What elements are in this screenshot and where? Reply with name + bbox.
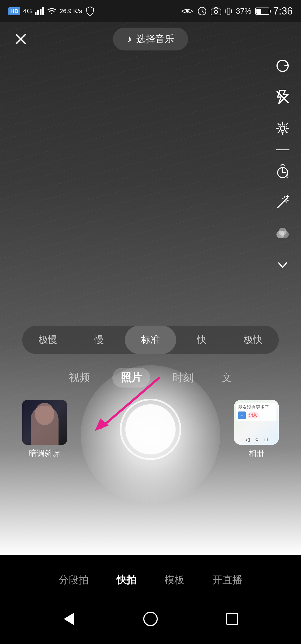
flash-button[interactable] — [273, 87, 293, 107]
tab-video[interactable]: 视频 — [63, 368, 96, 388]
nav-item-quick[interactable]: 快拍 — [116, 573, 137, 587]
top-bar: ♪ 选择音乐 — [0, 22, 301, 56]
wifi-icon — [47, 7, 57, 15]
shutter-button[interactable] — [120, 399, 181, 460]
music-icon: ♪ — [127, 33, 132, 45]
speed-item-normal[interactable]: 标准 — [125, 326, 176, 354]
bottom-nav: 分段拍 快拍 模板 开直播 — [0, 566, 301, 594]
svg-point-7 — [279, 124, 287, 132]
thumbnail-image — [22, 400, 67, 445]
music-select-button[interactable]: ♪ 选择音乐 — [113, 28, 188, 50]
toolbar-divider — [276, 149, 290, 150]
nav-item-live[interactable]: 开直播 — [212, 573, 242, 587]
svg-text:3: 3 — [286, 174, 288, 178]
face-silhouette — [31, 406, 59, 445]
home-icon — [143, 612, 158, 626]
speed-item-very-fast[interactable]: 极快 — [227, 326, 279, 354]
timer-3-icon: 3 — [275, 164, 290, 179]
battery-icon — [255, 8, 269, 15]
svg-point-4 — [214, 10, 218, 14]
timer-button[interactable]: 3 — [273, 161, 293, 181]
camera-viewfinder — [0, 22, 301, 555]
nav-home-button[interactable] — [141, 609, 160, 629]
nav-item-segment[interactable]: 分段拍 — [59, 573, 89, 587]
status-left: HD 4G 26.9 K/s i — [8, 6, 95, 16]
thumbnail-button[interactable] — [22, 400, 67, 445]
camera-status-icon — [211, 7, 221, 15]
shutter-area: 暗调斜屏 朋友没有更多了 + 消息 ◁ ○ — [0, 390, 301, 468]
speed-item-fast[interactable]: 快 — [176, 326, 227, 354]
album-inner: 朋友没有更多了 + 消息 ◁ ○ □ — [234, 400, 279, 445]
shutter-inner — [125, 404, 176, 454]
right-toolbar: 3 ✦ — [273, 56, 293, 275]
tab-text[interactable]: 文 — [216, 368, 238, 388]
recent-icon — [226, 613, 238, 625]
refresh-icon — [275, 58, 290, 74]
speed-item-very-slow[interactable]: 极慢 — [22, 326, 74, 354]
data-speed: 26.9 K/s — [60, 8, 82, 14]
sys-nav — [0, 594, 301, 644]
speed-item-slow[interactable]: 慢 — [74, 326, 125, 354]
nav-item-template[interactable]: 模板 — [164, 573, 185, 587]
nav-back-button[interactable] — [59, 609, 79, 629]
album-label: 相册 — [249, 448, 264, 459]
network-type: 4G — [23, 7, 32, 15]
protect-icon: i — [85, 6, 95, 16]
back-icon — [64, 613, 74, 625]
close-button[interactable] — [11, 29, 31, 49]
thumbnail-label: 暗调斜屏 — [29, 448, 60, 459]
filters-icon — [275, 226, 290, 242]
eye-icon — [181, 7, 193, 15]
thumbnail-wrapper: 暗调斜屏 — [22, 400, 67, 459]
clock-icon — [197, 6, 207, 16]
magic-wand-button[interactable]: ✦ — [273, 193, 293, 213]
more-tools-button[interactable] — [273, 255, 293, 275]
settings-icon — [275, 120, 290, 136]
svg-text:✦: ✦ — [285, 195, 290, 200]
speed-selector: 极慢 慢 标准 快 极快 — [22, 326, 279, 354]
close-icon — [13, 31, 29, 47]
nav-recent-button[interactable] — [222, 609, 242, 629]
settings-button[interactable] — [273, 118, 293, 138]
svg-rect-3 — [211, 9, 221, 15]
flash-off-icon — [275, 89, 290, 105]
time-display: 7:36 — [273, 5, 293, 17]
svg-point-6 — [280, 126, 285, 130]
album-button[interactable]: 朋友没有更多了 + 消息 ◁ ○ □ — [234, 400, 279, 445]
svg-point-1 — [186, 10, 189, 13]
music-select-label: 选择音乐 — [136, 33, 174, 45]
flip-camera-button[interactable] — [273, 56, 293, 76]
status-bar: HD 4G 26.9 K/s i — [0, 0, 301, 22]
magic-wand-icon: ✦ — [275, 195, 290, 210]
signal-bars — [35, 7, 44, 15]
svg-text:i: i — [89, 9, 90, 14]
mode-tabs: 视频 照片 时刻 文 — [0, 368, 301, 388]
svg-point-13 — [279, 228, 287, 236]
tab-moment[interactable]: 时刻 — [167, 368, 199, 388]
battery-pct: 37% — [236, 7, 251, 16]
svg-rect-5 — [227, 8, 230, 14]
tab-photo[interactable]: 照片 — [112, 368, 150, 388]
hd-badge: HD — [8, 7, 20, 15]
chevron-down-icon — [275, 257, 290, 273]
filters-button[interactable] — [273, 224, 293, 244]
vibrate-icon — [225, 7, 232, 15]
status-right: 37% 7:36 — [181, 5, 293, 17]
album-wrapper: 朋友没有更多了 + 消息 ◁ ○ □ 相册 — [234, 400, 279, 459]
